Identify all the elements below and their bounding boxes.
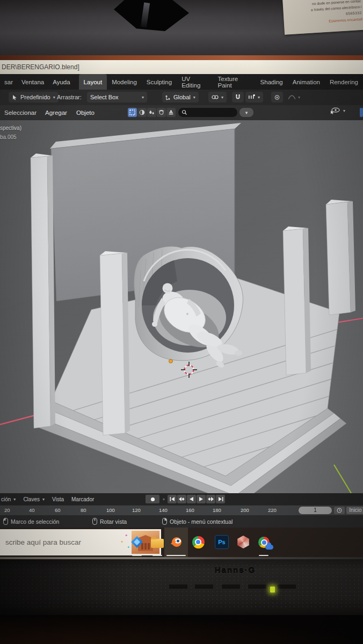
start-frame-field[interactable]: Inicio bbox=[346, 507, 363, 514]
proportional-circle-icon bbox=[274, 94, 280, 100]
monitor-button[interactable] bbox=[222, 584, 240, 589]
frame-tick: 220 bbox=[268, 507, 277, 513]
drag-mode-dropdown[interactable]: Select Box ▾ bbox=[87, 92, 147, 103]
play-button[interactable] bbox=[197, 495, 206, 503]
snap-toggle[interactable] bbox=[232, 92, 244, 103]
workspace-tabs: Layout Modeling Sculpting UV Editing Tex… bbox=[79, 74, 363, 90]
timeline-menu-keys[interactable]: Claves ▾ bbox=[19, 496, 48, 502]
play-reverse-button[interactable] bbox=[187, 495, 196, 503]
next-keyframe-button[interactable] bbox=[206, 495, 215, 503]
edge-clipped-button[interactable] bbox=[360, 108, 363, 117]
proportional-editing-toggle[interactable] bbox=[271, 92, 283, 103]
frame-tick: 20 bbox=[4, 507, 10, 513]
tab-layout[interactable]: Layout bbox=[79, 74, 107, 90]
frame-tick: 200 bbox=[241, 507, 249, 513]
viewport-search-field[interactable] bbox=[178, 108, 237, 117]
menu-render[interactable]: sar bbox=[0, 79, 17, 85]
cursor-tool-button[interactable] bbox=[137, 108, 147, 117]
use-preview-range-button[interactable] bbox=[334, 507, 345, 514]
windows-search-input[interactable] bbox=[0, 538, 108, 547]
select-box-tool-button[interactable] bbox=[128, 108, 137, 117]
previous-keyframe-button[interactable] bbox=[177, 495, 186, 503]
frame-tick: 100 bbox=[106, 507, 115, 513]
droplet-tool-button[interactable] bbox=[147, 108, 156, 117]
object-visibility-dropdown[interactable]: ▾ bbox=[330, 107, 345, 114]
monitor-button[interactable] bbox=[248, 584, 266, 589]
window-titlebar[interactable]: DER\BERENGARIO.blend] bbox=[0, 60, 363, 74]
magnet-icon bbox=[235, 94, 241, 100]
jump-to-start-button[interactable] bbox=[168, 495, 177, 503]
menu-window[interactable]: Ventana bbox=[17, 79, 48, 85]
jump-end-icon bbox=[218, 497, 223, 501]
current-frame-field[interactable]: 1 bbox=[299, 507, 332, 514]
droplets-icon bbox=[149, 109, 155, 115]
play-reverse-icon bbox=[189, 497, 194, 501]
chrome-icon[interactable] bbox=[191, 535, 205, 549]
chevron-down-icon: ▾ bbox=[53, 95, 55, 100]
pillar bbox=[31, 153, 55, 428]
tab-rendering[interactable]: Rendering bbox=[325, 74, 363, 90]
stamp-tool-button[interactable] bbox=[166, 108, 176, 117]
orientation-value: Global bbox=[173, 94, 191, 100]
blender-app-icon[interactable] bbox=[169, 535, 183, 549]
tool-settings-bar: Predefinido ▾ Arrastrar: Select Box ▾ Gl… bbox=[0, 90, 363, 105]
menu-object[interactable]: Objeto bbox=[73, 105, 98, 120]
transform-orientation-dropdown[interactable]: Global ▾ bbox=[162, 92, 199, 103]
status-select-hint: Marco de selección bbox=[11, 518, 59, 525]
chevron-down-icon: ▾ bbox=[142, 95, 144, 100]
monitor-button[interactable] bbox=[195, 584, 213, 589]
viewport-search-input[interactable] bbox=[187, 108, 233, 116]
box-select-icon bbox=[129, 109, 135, 115]
monitor-power-button[interactable] bbox=[278, 584, 296, 589]
orientation-axes-icon bbox=[165, 94, 171, 100]
globe-tool-button[interactable] bbox=[157, 108, 166, 117]
timeline-menu-playback[interactable]: ción ▾ bbox=[0, 496, 19, 502]
sparkle-icon: ✦ bbox=[125, 533, 128, 538]
photoshop-icon[interactable]: Ps bbox=[215, 535, 229, 549]
proportional-falloff-dropdown[interactable]: ▾ bbox=[285, 92, 303, 103]
jump-start-icon bbox=[170, 497, 175, 501]
cursor-icon bbox=[12, 94, 18, 100]
file-explorer-icon[interactable] bbox=[150, 535, 164, 549]
menu-add[interactable]: Agregar bbox=[42, 105, 70, 120]
viewport-3d-canvas[interactable]: spectiva) ba.005 bbox=[0, 120, 363, 493]
running-app-indicator bbox=[132, 555, 142, 556]
clock-icon bbox=[337, 508, 342, 513]
jump-to-end-button[interactable] bbox=[216, 495, 225, 503]
tab-modeling[interactable]: Modeling bbox=[107, 74, 142, 90]
tab-animation[interactable]: Animation bbox=[288, 74, 325, 90]
chrome-profile-icon[interactable] bbox=[257, 535, 271, 549]
tab-shading[interactable]: Shading bbox=[256, 74, 288, 90]
bezel-shadow bbox=[0, 557, 129, 615]
paint3d-icon[interactable] bbox=[236, 535, 250, 549]
chevron-down-icon: ▾ bbox=[343, 108, 345, 113]
viewport-header: Seleccionar Agregar Objeto bbox=[0, 105, 363, 120]
shelf-edge bbox=[0, 55, 363, 60]
timeline-menu-view[interactable]: Vista bbox=[48, 496, 68, 502]
tab-sculpting[interactable]: Sculpting bbox=[142, 74, 177, 90]
globe-swoosh-icon bbox=[158, 109, 164, 115]
blender-menubar: sar Ventana Ayuda Layout Modeling Sculpt… bbox=[0, 74, 363, 90]
photos-app-icon[interactable] bbox=[130, 535, 144, 549]
status-rotate-hint: Rotar vista bbox=[100, 518, 127, 525]
falloff-curve-icon bbox=[288, 94, 295, 100]
pivot-point-dropdown[interactable]: ▾ bbox=[208, 92, 227, 103]
chevron-down-icon: ▾ bbox=[163, 497, 165, 502]
frame-tick: 120 bbox=[132, 507, 141, 513]
monitor-button[interactable] bbox=[169, 584, 187, 589]
tab-uv-editing[interactable]: UV Editing bbox=[177, 74, 213, 90]
menu-help[interactable]: Ayuda bbox=[48, 79, 74, 85]
viewport-wide-dropdown[interactable]: ▾ bbox=[239, 108, 253, 117]
tab-texture-paint[interactable]: Texture Paint bbox=[213, 74, 256, 90]
timeline-menu-marker[interactable]: Marcador bbox=[68, 496, 98, 502]
auto-keying-button[interactable] bbox=[146, 495, 159, 503]
tool-preset-dropdown[interactable]: Predefinido ▾ bbox=[9, 92, 59, 103]
snap-with-dropdown[interactable]: ▾ bbox=[245, 92, 263, 103]
status-bar: Marco de selección Rotar vista Objeto - … bbox=[0, 515, 363, 528]
frame-tick: 40 bbox=[29, 507, 35, 513]
menu-select[interactable]: Seleccionar bbox=[1, 105, 40, 120]
running-app-indicator bbox=[153, 555, 162, 556]
eye-cursor-icon bbox=[330, 107, 340, 114]
chevron-down-icon: ▾ bbox=[193, 95, 195, 100]
timeline-ruler[interactable]: 20 40 60 80 100 120 140 160 180 200 220 … bbox=[0, 505, 363, 515]
